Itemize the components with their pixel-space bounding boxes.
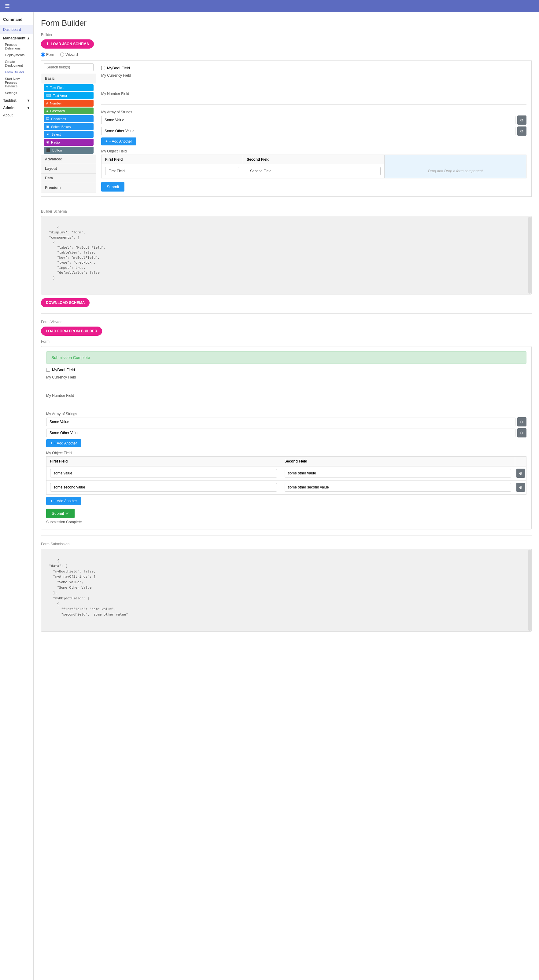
component-text-area[interactable]: ⌨ Text Area (44, 92, 94, 99)
object-col2-header: Second Field (243, 155, 384, 164)
fv-obj-row1-gear-btn[interactable]: ⚙ (517, 469, 525, 478)
object-row1-col1-input[interactable] (105, 167, 239, 175)
object-col3-header (384, 155, 526, 164)
mynumber-label: My Number Field (101, 92, 526, 96)
main-content: Form Builder Builder ⬆ LOAD JSON SCHEMA … (33, 12, 539, 980)
component-password[interactable]: ● Password (44, 108, 94, 114)
group-premium-title[interactable]: Premium (41, 183, 96, 192)
array-input-2[interactable] (101, 127, 515, 135)
text-icon: T (46, 86, 48, 89)
component-checkbox[interactable]: ☑ Checkbox (44, 115, 94, 122)
fv-obj-r1c2-input[interactable] (285, 469, 512, 477)
builder-schema-section-label: Builder Schema (41, 209, 532, 213)
fv-obj-row1-gear: ⚙ (515, 466, 526, 480)
fv-object-grid: First Field Second Field ⚙ (46, 457, 526, 495)
sidebar-item-form-builder[interactable]: Form Builder (0, 69, 33, 75)
fv-obj-r2c2-input[interactable] (285, 483, 512, 492)
submission-complete-banner: Submission Complete (46, 351, 526, 364)
builder-schema-code: { "display": "form", "components": [ { "… (41, 216, 532, 294)
sidebar: Command Dashboard Management ▲ Process D… (0, 12, 33, 980)
group-data-title[interactable]: Data (41, 173, 96, 183)
myobject-label: My Object Field (101, 149, 526, 153)
component-number[interactable]: # Number (44, 100, 94, 107)
fv-mycurrency-label: My Currency Field (46, 375, 526, 379)
button-icon: ⬛ (46, 148, 51, 152)
mybool-label: MyBool Field (107, 66, 130, 70)
fv-add-another-object-button[interactable]: + + Add Another (46, 497, 81, 505)
fv-add-another-array-button[interactable]: + + Add Another (46, 439, 81, 447)
component-radio[interactable]: ◉ Radio (44, 139, 94, 146)
radio-form-input[interactable] (41, 52, 45, 57)
upload-icon: ⬆ (46, 42, 49, 46)
fv-submit-button[interactable]: Submit ✓ (46, 509, 75, 518)
fv-array-input-1[interactable] (46, 418, 515, 426)
object-col1-header: First Field (102, 155, 243, 164)
mycurrency-input[interactable] (101, 79, 526, 86)
sidebar-item-about[interactable]: About (0, 111, 33, 119)
component-text-field[interactable]: T Text Field (44, 84, 94, 91)
form-submission-code: { "data": { "myBoolField": false, "myArr… (41, 549, 532, 632)
sidebar-item-settings[interactable]: Settings (0, 89, 33, 96)
hamburger-icon[interactable]: ☰ (5, 3, 10, 10)
sidebar-item-dashboard[interactable]: Dashboard (0, 25, 33, 34)
submission-scrollbar[interactable] (528, 550, 531, 631)
radio-form-label[interactable]: Form (41, 52, 55, 57)
fv-mynumber-input[interactable] (46, 399, 526, 406)
fv-mynumber-label: My Number Field (46, 393, 526, 398)
array-input-1[interactable] (101, 116, 515, 124)
builder-area: Basic T Text Field ⌨ Text Area # Number … (41, 60, 532, 197)
fv-obj-r1c1-input[interactable] (50, 469, 277, 477)
load-json-schema-button[interactable]: ⬆ LOAD JSON SCHEMA (41, 40, 94, 49)
topbar: ☰ (0, 0, 539, 12)
add-another-array-button[interactable]: + + Add Another (101, 137, 136, 145)
fv-object-row2-col2 (281, 480, 515, 494)
fv-mybool-field-row: MyBool Field (46, 368, 526, 372)
mycurrency-label: My Currency Field (101, 73, 526, 78)
group-basic-title[interactable]: Basic (41, 74, 96, 83)
array-gear-btn-2[interactable]: ⚙ (517, 126, 526, 136)
radio-wizard-label[interactable]: Wizard (60, 52, 78, 57)
component-select[interactable]: ▼ Select (44, 131, 94, 138)
fv-object-col2-header: Second Field (281, 457, 515, 466)
object-row1-col2-input[interactable] (247, 167, 381, 175)
scrollbar[interactable] (528, 217, 531, 294)
fv-array-row-2: ⚙ (46, 428, 526, 438)
sidebar-item-create-deployment[interactable]: Create Deployment (0, 58, 33, 69)
group-advanced-title[interactable]: Advanced (41, 154, 96, 164)
plus-icon: + (105, 139, 108, 143)
component-select-boxes[interactable]: ▣ Select Boxes (44, 123, 94, 130)
mybool-checkbox[interactable] (101, 66, 105, 70)
sidebar-item-deployments[interactable]: Deployments (0, 52, 33, 58)
sidebar-section-management[interactable]: Management ▲ (0, 34, 33, 41)
builder-search-area (41, 61, 96, 74)
radio-wizard-input[interactable] (60, 52, 64, 57)
fv-array-input-2[interactable] (46, 429, 515, 437)
sidebar-item-start-new-process[interactable]: Start New Process Instance (0, 75, 33, 89)
download-schema-button[interactable]: DOWNLOAD SCHEMA (41, 298, 89, 307)
form-viewer-section-label: Form Viewer (41, 320, 532, 324)
builder-left-panel: Basic T Text Field ⌨ Text Area # Number … (41, 61, 96, 196)
array-gear-btn-1[interactable]: ⚙ (517, 116, 526, 125)
load-form-from-builder-button[interactable]: LOAD FORM FROM BUILDER (41, 326, 102, 336)
search-input[interactable] (44, 63, 94, 71)
component-button[interactable]: ⬛ Button (44, 146, 94, 154)
sidebar-section-tasklist[interactable]: Tasklist ▼ (0, 96, 33, 103)
form-viewer-form-label: Form (41, 339, 532, 344)
fv-array-gear-btn-2[interactable]: ⚙ (517, 428, 526, 438)
fv-mybool-checkbox[interactable] (46, 368, 50, 372)
app-brand: Command (0, 15, 33, 25)
builder-section-label: Builder (41, 33, 532, 37)
textarea-icon: ⌨ (46, 94, 51, 97)
mynumber-input[interactable] (101, 97, 526, 105)
fv-obj-row2-gear-btn[interactable]: ⚙ (517, 483, 525, 492)
fv-mycurrency-input[interactable] (46, 381, 526, 388)
sidebar-item-process-definitions[interactable]: Process Definitions (0, 41, 33, 52)
sidebar-section-admin[interactable]: Admin ▼ (0, 103, 33, 111)
fv-array-gear-btn-1[interactable]: ⚙ (517, 417, 526, 426)
fv-obj-plus-icon: + (51, 499, 53, 503)
submit-button[interactable]: Submit (101, 182, 124, 191)
group-layout-title[interactable]: Layout (41, 164, 96, 173)
form-submission-section-label: Form Submission (41, 542, 532, 546)
fv-obj-r2c1-input[interactable] (50, 483, 277, 492)
fv-object-col1-header: First Field (46, 457, 281, 466)
